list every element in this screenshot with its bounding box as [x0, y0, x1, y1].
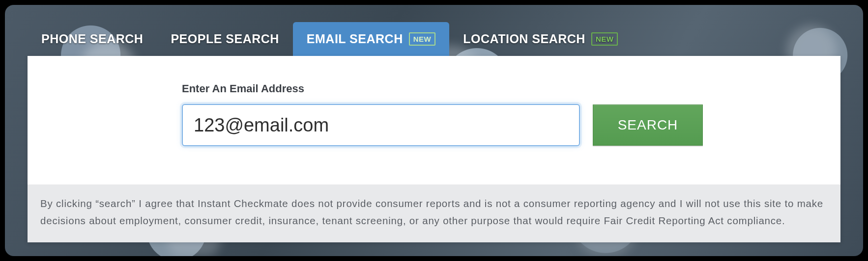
- app-frame: PHONE SEARCH PEOPLE SEARCH EMAIL SEARCH …: [5, 5, 863, 256]
- new-badge: NEW: [591, 32, 618, 46]
- tab-label: PEOPLE SEARCH: [171, 32, 279, 46]
- tab-email-search[interactable]: EMAIL SEARCH NEW: [293, 22, 449, 56]
- email-input[interactable]: [182, 104, 580, 146]
- disclaimer-text: By clicking “search” I agree that Instan…: [28, 184, 840, 242]
- form-inner: Enter An Email Address SEARCH: [182, 82, 703, 146]
- form-row: SEARCH: [182, 104, 703, 146]
- email-field-label: Enter An Email Address: [182, 82, 703, 95]
- new-badge: NEW: [409, 32, 436, 46]
- search-button[interactable]: SEARCH: [593, 104, 703, 146]
- tab-label: LOCATION SEARCH: [463, 32, 585, 46]
- tab-label: EMAIL SEARCH: [307, 32, 403, 46]
- search-panel: Enter An Email Address SEARCH By clickin…: [28, 56, 840, 242]
- form-area: Enter An Email Address SEARCH: [28, 56, 840, 184]
- tab-location-search[interactable]: LOCATION SEARCH NEW: [449, 22, 632, 56]
- search-tabs: PHONE SEARCH PEOPLE SEARCH EMAIL SEARCH …: [28, 22, 632, 56]
- tab-people-search[interactable]: PEOPLE SEARCH: [157, 22, 292, 56]
- tab-label: PHONE SEARCH: [41, 32, 143, 46]
- tab-phone-search[interactable]: PHONE SEARCH: [28, 22, 157, 56]
